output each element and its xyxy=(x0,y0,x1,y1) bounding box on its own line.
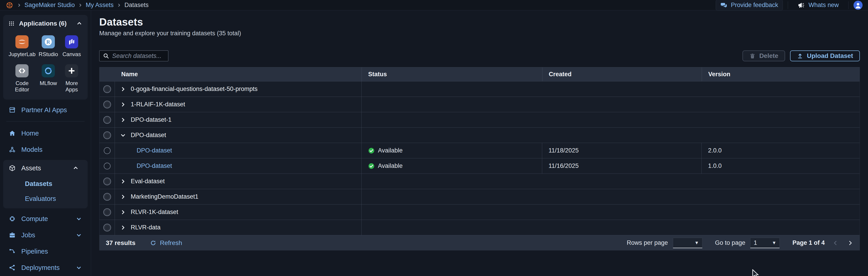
row-radio-disabled xyxy=(103,101,111,108)
next-page-button[interactable] xyxy=(847,240,853,246)
table-row[interactable]: RLVR-1K-dataset xyxy=(99,204,860,220)
app-rstudio[interactable]: R RStudio xyxy=(38,35,59,58)
go-to-page-select[interactable]: 1 ▼ xyxy=(750,238,780,248)
row-radio-disabled xyxy=(103,85,111,93)
expand-row-button[interactable] xyxy=(120,117,126,123)
whats-new-button[interactable]: Whats new xyxy=(793,0,843,11)
breadcrumb-my-assets[interactable]: My Assets xyxy=(86,2,114,9)
sidebar-item-home[interactable]: Home xyxy=(0,125,91,141)
rows-per-page-label: Rows per page xyxy=(627,239,668,246)
chevron-right-icon xyxy=(120,209,126,215)
go-to-page-label: Go to page xyxy=(715,239,745,246)
results-count: 37 results xyxy=(106,239,135,247)
dataset-name: 0-goga-financial-questions-dataset-50-pr… xyxy=(131,85,258,93)
chevron-right-icon xyxy=(120,102,126,107)
delete-button[interactable]: Delete xyxy=(742,50,785,61)
table-row[interactable]: MarketingDemoDataset1 xyxy=(99,189,860,204)
models-network-icon xyxy=(9,146,16,153)
expand-row-button[interactable] xyxy=(120,179,126,184)
row-radio-disabled xyxy=(103,116,111,124)
table-row[interactable]: 1-RLAIF-1K-dataset xyxy=(99,97,860,112)
plus-icon xyxy=(65,64,78,77)
expand-row-button[interactable] xyxy=(120,87,126,92)
sidebar-item-label: Datasets xyxy=(25,180,52,187)
row-radio[interactable] xyxy=(104,163,111,169)
app-code-editor[interactable]: Code Editor xyxy=(9,64,36,93)
expand-row-button[interactable] xyxy=(120,225,126,230)
dataset-name: MarketingDemoDataset1 xyxy=(131,193,198,200)
user-avatar[interactable] xyxy=(854,1,863,10)
upload-button-label: Upload Dataset xyxy=(807,52,853,60)
sidebar-item-label: Partner AI Apps xyxy=(21,106,82,114)
trash-icon xyxy=(749,53,755,59)
table-row[interactable]: DPO-dataset-1 xyxy=(99,112,860,127)
table-row-version[interactable]: DPO-dataset Available 11/18/2025 2.0.0 xyxy=(99,143,860,158)
dataset-version-link[interactable]: DPO-dataset xyxy=(136,163,172,169)
status-available-icon xyxy=(368,147,375,154)
row-radio[interactable] xyxy=(104,147,111,154)
sidebar-item-assets[interactable]: Assets xyxy=(3,160,88,176)
refresh-icon xyxy=(150,240,156,246)
main-content: Datasets Manage and explore your trainin… xyxy=(91,10,868,276)
upload-dataset-button[interactable]: Upload Dataset xyxy=(790,50,860,61)
sagemaker-brain-logo-icon[interactable] xyxy=(5,1,13,9)
row-radio-disabled xyxy=(103,224,111,232)
refresh-button[interactable]: Refresh xyxy=(150,239,182,247)
expand-row-button[interactable] xyxy=(120,102,126,107)
chevron-down-icon xyxy=(76,265,82,271)
column-header-name: Name xyxy=(115,67,362,81)
provide-feedback-button[interactable]: Provide feedback xyxy=(716,0,783,11)
sidebar-item-deployments[interactable]: Deployments xyxy=(0,260,91,276)
app-jupyterlab[interactable]: JupyterLab xyxy=(9,35,36,58)
table-row-version[interactable]: DPO-dataset Available 11/16/2025 1.0.0 xyxy=(99,158,860,174)
search-box xyxy=(99,50,168,61)
cube-icon xyxy=(9,165,16,172)
pipelines-icon xyxy=(9,248,16,255)
table-row[interactable]: Eval-dataset xyxy=(99,174,860,189)
share-nodes-icon xyxy=(9,264,16,271)
assets-section: Assets Datasets Evaluators xyxy=(3,160,88,208)
collapse-row-button[interactable] xyxy=(120,133,126,138)
table-row[interactable]: RLVR-data xyxy=(99,220,860,235)
expand-row-button[interactable] xyxy=(120,194,126,200)
expand-row-button[interactable] xyxy=(120,209,126,215)
app-more-apps[interactable]: More Apps xyxy=(61,64,82,93)
dataset-name: RLVR-1K-dataset xyxy=(131,209,178,216)
column-header-created: Created xyxy=(542,67,702,81)
briefcase-icon xyxy=(9,232,16,239)
breadcrumb-sagemaker-studio[interactable]: SageMaker Studio xyxy=(25,2,75,9)
breadcrumb-separator-icon xyxy=(17,3,21,7)
page-title: Datasets xyxy=(99,16,860,28)
apps-grid-icon xyxy=(9,20,15,27)
canvas-icon xyxy=(65,35,78,48)
applications-section-toggle[interactable]: Applications (6) xyxy=(9,20,82,27)
column-header-status: Status xyxy=(362,67,542,81)
dataset-version-link[interactable]: DPO-dataset xyxy=(136,147,172,154)
sidebar-item-datasets[interactable]: Datasets xyxy=(3,176,88,191)
previous-page-button[interactable] xyxy=(832,240,838,246)
sidebar-item-jobs[interactable]: Jobs xyxy=(0,227,91,243)
sidebar-item-label: Models xyxy=(21,146,82,153)
dataset-name: 1-RLAIF-1K-dataset xyxy=(131,101,185,108)
sidebar-item-evaluators[interactable]: Evaluators xyxy=(3,191,88,206)
sidebar-item-pipelines[interactable]: Pipelines xyxy=(0,243,91,260)
app-label: Canvas xyxy=(63,51,81,58)
status-text: Available xyxy=(378,163,403,169)
sidebar-item-compute[interactable]: Compute xyxy=(0,211,91,227)
rows-per-page-select[interactable]: ▼ xyxy=(673,238,702,248)
app-label: MLflow xyxy=(40,80,57,87)
chip-icon xyxy=(9,215,16,222)
app-canvas[interactable]: Canvas xyxy=(61,35,82,58)
sidebar-item-partner-ai-apps[interactable]: Partner AI Apps xyxy=(0,102,91,118)
column-header-version: Version xyxy=(702,67,860,81)
page-subtitle: Manage and explore your training dataset… xyxy=(99,30,860,37)
sidebar-item-label: Assets xyxy=(21,165,67,172)
table-row[interactable]: 0-goga-financial-questions-dataset-50-pr… xyxy=(99,81,860,97)
provide-feedback-label: Provide feedback xyxy=(731,2,778,9)
app-mlflow[interactable]: MLflow xyxy=(38,64,59,93)
go-to-page-value: 1 xyxy=(753,239,757,246)
storefront-icon xyxy=(9,106,16,113)
search-input[interactable] xyxy=(112,53,165,60)
table-row-expanded[interactable]: DPO-dataset xyxy=(99,127,860,143)
sidebar-item-models[interactable]: Models xyxy=(0,141,91,158)
